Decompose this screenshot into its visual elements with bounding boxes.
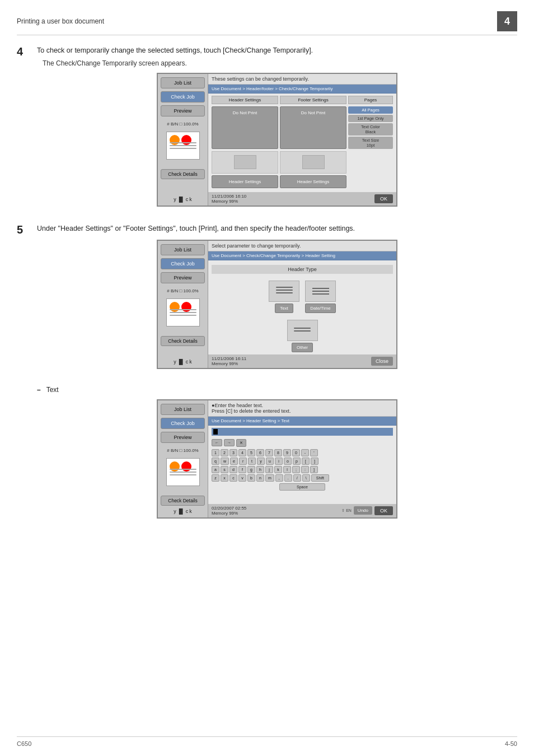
key-e[interactable]: e: [230, 458, 238, 465]
key-g[interactable]: g: [247, 466, 255, 473]
key-n[interactable]: n: [256, 474, 264, 482]
key-backslash[interactable]: \: [302, 474, 310, 482]
key-f[interactable]: f: [238, 466, 246, 473]
header-settings-btn-2[interactable]: Header Settings: [280, 175, 346, 188]
key-x[interactable]: x: [221, 474, 228, 482]
step-4: 4 To check or temporarily change the sel…: [17, 45, 517, 207]
header-settings-btn-1[interactable]: Header Settings: [212, 175, 278, 188]
check-job-btn-3[interactable]: Check Job: [161, 418, 205, 429]
text-option-btn[interactable]: Text: [275, 304, 293, 313]
key-5[interactable]: 5: [247, 449, 255, 456]
s2-other-row: Other: [212, 320, 393, 352]
preview-btn-3[interactable]: Preview: [161, 432, 205, 443]
key-6[interactable]: 6: [256, 449, 264, 456]
icon-m: ▐▌: [177, 197, 185, 202]
check-details-btn-3[interactable]: Check Details: [161, 496, 205, 506]
datetime-option-btn[interactable]: Date/Time: [305, 304, 336, 313]
key-lbracket[interactable]: [: [302, 458, 310, 465]
key-slash[interactable]: /: [293, 474, 301, 482]
header-preview-2: [280, 151, 346, 174]
job-list-btn-1[interactable]: Job List: [161, 77, 205, 88]
screen-2-datetime: 11/21/2006 16:11 Memory 99%: [212, 356, 246, 366]
key-1[interactable]: 1: [212, 449, 219, 456]
check-job-btn-2[interactable]: Check Job: [161, 258, 205, 269]
key-m[interactable]: m: [265, 474, 274, 482]
job-list-btn-3[interactable]: Job List: [161, 404, 205, 415]
key-2[interactable]: 2: [221, 449, 228, 456]
close-btn-2[interactable]: Close: [371, 357, 393, 366]
right-arrow-btn[interactable]: →: [224, 439, 235, 446]
all-pages-btn[interactable]: All Pages: [348, 106, 393, 114]
s1-row-1: Do Not Print Do Not Print All Pages 1st …: [212, 106, 393, 149]
key-row-3: a s d f g h j k l ; : ]: [212, 466, 393, 473]
key-b[interactable]: b: [247, 474, 255, 482]
screen-3-body: ← → ✕ 1 2 3 4 5 6 7 8 9: [208, 426, 396, 504]
text-input-area[interactable]: [212, 428, 393, 436]
ok-btn-1[interactable]: OK: [374, 194, 393, 203]
shift-key[interactable]: Shift: [311, 474, 329, 482]
key-k[interactable]: k: [274, 466, 282, 473]
space-key[interactable]: Space: [279, 483, 325, 491]
key-7[interactable]: 7: [265, 449, 273, 456]
preview-btn-2[interactable]: Preview: [161, 272, 205, 283]
key-colon[interactable]: :: [301, 466, 309, 473]
left-arrow-btn[interactable]: ←: [212, 439, 222, 446]
text-icon-lines: [276, 287, 293, 295]
key-period[interactable]: .: [284, 474, 292, 482]
key-z[interactable]: z: [212, 474, 219, 482]
screen-1-bottom: 11/21/2006 16:10 Memory 99% OK: [208, 192, 396, 206]
text-size-btn[interactable]: Text Size 10pt: [348, 137, 393, 149]
icon-y2: y: [174, 359, 176, 365]
icon-k2: k: [189, 359, 192, 365]
ok-btn-3[interactable]: OK: [374, 506, 393, 515]
option-datetime: Date/Time: [305, 281, 336, 313]
key-c[interactable]: c: [229, 474, 237, 482]
key-s[interactable]: s: [221, 466, 228, 473]
key-8[interactable]: 8: [274, 449, 282, 456]
key-o[interactable]: o: [284, 458, 292, 465]
key-h[interactable]: h: [256, 466, 264, 473]
do-not-print-btn-1[interactable]: Do Not Print: [212, 106, 278, 149]
key-rbracket[interactable]: ]: [311, 458, 318, 465]
key-comma[interactable]: ,: [275, 474, 283, 482]
key-q[interactable]: q: [212, 458, 219, 465]
screen-1-top-msg: These settings can be changed temporaril…: [208, 74, 396, 85]
key-dash[interactable]: -: [301, 449, 309, 456]
key-l[interactable]: l: [283, 466, 291, 473]
key-p[interactable]: p: [293, 458, 301, 465]
key-i[interactable]: i: [275, 458, 283, 465]
screen-2-bottom: 11/21/2006 16:11 Memory 99% Close: [208, 354, 396, 368]
undo-btn[interactable]: Undo: [354, 506, 372, 515]
job-list-btn-2[interactable]: Job List: [161, 244, 205, 255]
key-v[interactable]: v: [238, 474, 246, 482]
screen-2-breadcrumb: Use Document > Check/Change Temporarily …: [208, 251, 396, 260]
other-option-btn[interactable]: Other: [292, 343, 313, 352]
clear-input-btn[interactable]: ✕: [236, 439, 246, 447]
preview-btn-1[interactable]: Preview: [161, 105, 205, 116]
key-semi[interactable]: ;: [292, 466, 300, 473]
key-d[interactable]: d: [229, 466, 237, 473]
key-u[interactable]: u: [266, 458, 274, 465]
first-page-btn[interactable]: 1st Page Only: [348, 115, 393, 122]
key-rbracket2[interactable]: ]: [310, 466, 318, 473]
screen-1-info: # B/N □ 100.0%: [161, 122, 205, 127]
key-t[interactable]: t: [248, 458, 256, 465]
screen-1-preview: [166, 132, 200, 160]
screen-3-top-msg: ●Enter the header text. Press [C] to del…: [208, 400, 396, 417]
screen-3-wrap: Job List Check Job Preview # B/N □ 100.0…: [37, 399, 517, 519]
key-j[interactable]: j: [265, 466, 273, 473]
key-9[interactable]: 9: [283, 449, 291, 456]
check-details-btn-2[interactable]: Check Details: [161, 336, 205, 346]
check-job-btn-1[interactable]: Check Job: [161, 91, 205, 102]
text-color-btn[interactable]: Text Color Black: [348, 123, 393, 136]
key-w[interactable]: w: [221, 458, 229, 465]
key-r[interactable]: r: [239, 458, 247, 465]
key-y[interactable]: y: [257, 458, 265, 465]
do-not-print-btn-2[interactable]: Do Not Print: [280, 106, 346, 149]
key-a[interactable]: a: [212, 466, 219, 473]
check-details-btn-1[interactable]: Check Details: [161, 169, 205, 179]
key-0[interactable]: 0: [292, 449, 300, 456]
key-quote[interactable]: ': [310, 449, 318, 456]
key-3[interactable]: 3: [229, 449, 237, 456]
key-4[interactable]: 4: [238, 449, 246, 456]
